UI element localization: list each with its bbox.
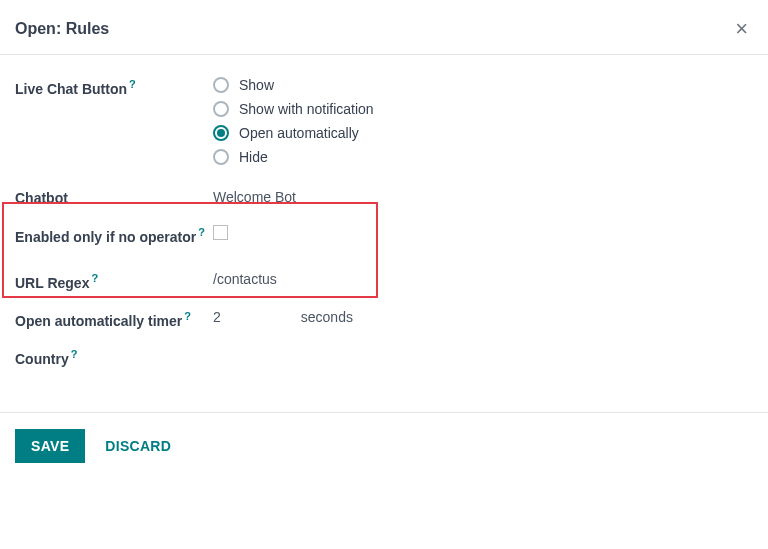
help-icon[interactable]: ? [91,272,98,284]
modal-header: Open: Rules × [0,0,768,55]
modal-title: Open: Rules [15,20,109,38]
radio-icon [213,125,229,141]
field-chatbot: Chatbot Welcome Bot [15,187,753,209]
value-chatbot[interactable]: Welcome Bot [213,187,753,205]
radio-group-live-chat: Show Show with notification Open automat… [213,75,753,165]
field-enabled-only-if-no-operator: Enabled only if no operator? [15,223,753,247]
label-live-chat-button: Live Chat Button? [15,75,213,99]
help-icon[interactable]: ? [129,78,136,90]
checkbox-enabled-only-if-no-operator[interactable] [213,225,228,240]
modal-footer: SAVE DISCARD [0,412,768,479]
radio-open-automatically[interactable]: Open automatically [213,125,753,141]
radio-label: Open automatically [239,125,359,141]
value-enabled-only-if-no-operator [213,223,753,243]
label-open-auto-timer: Open automatically timer? [15,307,213,331]
label-text: Enabled only if no operator [15,228,196,244]
value-open-auto-timer: 2 seconds [213,307,753,325]
label-enabled-only-if-no-operator: Enabled only if no operator? [15,223,213,247]
radio-label: Hide [239,149,268,165]
radio-icon [213,77,229,93]
radio-icon [213,149,229,165]
help-icon[interactable]: ? [184,310,191,322]
close-button[interactable]: × [735,18,748,40]
value-country[interactable] [213,345,753,347]
help-icon[interactable]: ? [71,348,78,360]
radio-show[interactable]: Show [213,77,753,93]
label-text: Live Chat Button [15,81,127,97]
label-text: Open automatically timer [15,313,182,329]
field-open-auto-timer: Open automatically timer? 2 seconds [15,307,753,331]
timer-value[interactable]: 2 [213,309,221,325]
radio-label: Show with notification [239,101,374,117]
field-live-chat-button: Live Chat Button? Show Show with notific… [15,75,753,165]
save-button[interactable]: SAVE [15,429,85,463]
label-text: URL Regex [15,275,89,291]
label-country: Country? [15,345,213,369]
radio-label: Show [239,77,274,93]
label-text: Country [15,351,69,367]
discard-button[interactable]: DISCARD [101,429,175,463]
field-url-regex: URL Regex? /contactus [15,269,753,293]
modal-body: Live Chat Button? Show Show with notific… [0,55,768,412]
label-chatbot: Chatbot [15,187,213,209]
radio-hide[interactable]: Hide [213,149,753,165]
radio-show-notification[interactable]: Show with notification [213,101,753,117]
field-country: Country? [15,345,753,369]
value-url-regex[interactable]: /contactus [213,269,753,287]
label-url-regex: URL Regex? [15,269,213,293]
radio-icon [213,101,229,117]
timer-unit: seconds [301,309,353,325]
help-icon[interactable]: ? [198,226,205,238]
